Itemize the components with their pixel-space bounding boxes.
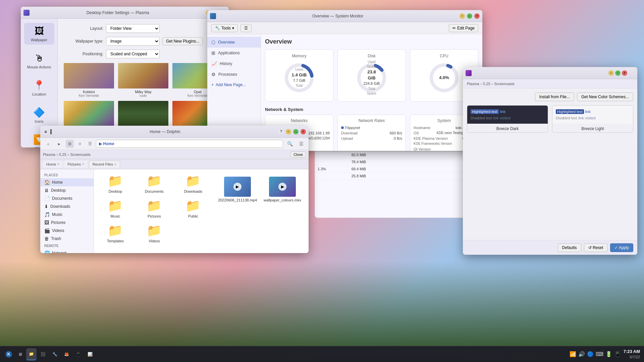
disk-used-value: 23.8 GiB	[363, 69, 380, 81]
dolphin-location-bar[interactable]: ▶ Home	[96, 140, 283, 148]
network-tray-icon[interactable]: 📶	[570, 351, 576, 357]
dolphin-place-home[interactable]: 🏠 Home	[40, 178, 94, 186]
tab-pictures-close[interactable]: ×	[82, 162, 84, 166]
sysmon-titlebar: Overview — System Monitor − □ ×	[207, 10, 482, 22]
kde-logo-icon: K	[5, 351, 12, 358]
dfs-sidebar-location[interactable]: 📍 Location	[24, 77, 54, 99]
cs-get-color-schemes-button[interactable]: Get New Color Schemes...	[577, 93, 633, 101]
proc-row-4[interactable]: 25.8 MiB	[315, 173, 469, 180]
cs-install-from-file-button[interactable]: Install from File...	[535, 93, 574, 101]
dolphin-close-breadcrumb-button[interactable]: Close	[290, 152, 306, 158]
dolphin-close-button[interactable]: ×	[301, 129, 306, 134]
wallpaper-milkyway[interactable]: Milky Way ruvkr	[117, 62, 169, 98]
tab-home-label: Home	[46, 162, 56, 166]
tab-recent-close[interactable]: ×	[114, 163, 116, 166]
sysmon-nav-processes[interactable]: ⚙ Processes	[207, 69, 261, 80]
taskbar-kdeconnect-btn[interactable]: 📱	[73, 348, 84, 360]
dolphin-help-button[interactable]: ?	[278, 129, 284, 134]
dolphin-file-videos[interactable]: 📁 Videos	[136, 222, 173, 245]
time-display[interactable]: 7:23 AM 6/7/22	[624, 349, 640, 359]
sysmon-nav-overview[interactable]: ⬡ Overview	[207, 37, 261, 48]
dolphin-maximize-button[interactable]: □	[293, 129, 299, 134]
dolphin-menu-button[interactable]: ≡	[43, 129, 48, 134]
proc-row-2[interactable]: 78.4 MiB	[315, 159, 469, 166]
dfs-titlebar: Desktop Folder Settings — Plasma − □ ×	[21, 7, 229, 19]
taskbar-settings-btn[interactable]: 🔧	[50, 348, 60, 360]
proc-row-3[interactable]: 1.3% 69.4 MiB	[315, 166, 469, 173]
dfs-wallpaper-type-select[interactable]: Image	[106, 37, 160, 46]
dolphin-tab-pictures[interactable]: Pictures ×	[64, 161, 88, 168]
dolphin-place-documents[interactable]: 📄 Documents	[40, 194, 94, 202]
sysmon-close-button[interactable]: ×	[474, 13, 480, 19]
dfs-positioning-select[interactable]: Scaled and Cropped	[106, 50, 160, 58]
cs-window-icon	[466, 70, 472, 76]
dolphin-search-button[interactable]: 🔍	[285, 139, 294, 148]
sysmon-nav-history[interactable]: 📈 History	[207, 58, 261, 69]
volume-tray-icon[interactable]: 🔊	[578, 351, 585, 357]
wallpaper-kokkini[interactable]: Kokkini Ken Vermette	[63, 62, 115, 98]
proc-row-1[interactable]: 82.0 MiB	[315, 152, 469, 159]
tab-home-close[interactable]: ×	[57, 162, 59, 166]
taskbar-start-button[interactable]: K	[3, 348, 15, 360]
taskbar: K ⊞ 📁 ⬛ 🔧 🦊 📱 📊 📶 🔊 🔵 ⌨	[0, 346, 644, 362]
cs-breeze-light-card[interactable]: Highlighted text link Disabled text link…	[552, 105, 633, 133]
dolphin-place-videos[interactable]: 🎬 Videos	[40, 227, 94, 235]
cs-close-button[interactable]: ×	[622, 70, 627, 76]
cs-breeze-dark-card[interactable]: Highlighted text link Disabled text link…	[467, 105, 548, 133]
dolphin-file-pictures[interactable]: 📁 Pictures	[136, 197, 173, 220]
cs-reset-button[interactable]: ↺ Reset	[584, 243, 608, 252]
dolphin-compact-view-button[interactable]: ≡	[76, 140, 84, 148]
dolphin-hamburger-button[interactable]: ☰	[297, 139, 306, 148]
taskbar-firefox-btn[interactable]: 🦊	[61, 348, 72, 360]
dolphin-tab-home[interactable]: Home ×	[43, 161, 63, 168]
keyboard-tray-icon[interactable]: ⌨	[596, 351, 603, 357]
dolphin-back-button[interactable]: ◂	[43, 139, 52, 148]
dfs-sidebar-wallpaper[interactable]: 🖼 Wallpaper	[24, 23, 54, 45]
sysmon-maximize-button[interactable]: □	[467, 13, 472, 19]
video-1-thumb: ▶	[224, 177, 251, 197]
dolphin-file-downloads[interactable]: 📁 Downloads	[174, 172, 212, 195]
taskbar-dolphin-btn[interactable]: 📁	[26, 348, 37, 360]
taskbar-terminal-btn[interactable]: ⬛	[38, 348, 48, 360]
cs-maximize-button[interactable]: □	[615, 70, 621, 76]
dolphin-file-desktop[interactable]: 📁 Desktop	[97, 172, 134, 195]
sysmon-minimize-button[interactable]: −	[460, 13, 465, 19]
dolphin-minimize-button[interactable]: −	[286, 129, 291, 134]
download-label: Download	[341, 131, 358, 135]
dolphin-forward-button[interactable]: ▸	[54, 139, 64, 148]
sysmon-add-page[interactable]: + Add New Page...	[207, 80, 261, 90]
dolphin-icons-view-button[interactable]: ⊞	[66, 140, 74, 148]
taskbar-activity-btn[interactable]: 📊	[85, 348, 95, 360]
dolphin-place-pictures[interactable]: 🖼 Pictures	[40, 219, 94, 227]
sysmon-edit-page-button[interactable]: ✏ Edit Page	[449, 24, 478, 32]
cs-minimize-button[interactable]: −	[608, 70, 614, 76]
dolphin-place-music[interactable]: 🎵 Music	[40, 210, 94, 219]
cs-apply-button[interactable]: ✓ Apply	[610, 243, 633, 252]
kdeconnect-tray-icon[interactable]: 📱	[614, 351, 621, 357]
dolphin-file-public[interactable]: 📁 Public	[174, 197, 212, 220]
sysmon-hamburger-button[interactable]: ☰	[240, 24, 252, 32]
dfs-sidebar-mouse[interactable]: 🖱 Mouse Actions	[24, 50, 54, 72]
dolphin-details-view-button[interactable]: ☰	[86, 140, 94, 148]
bluetooth-tray-icon[interactable]: 🔵	[587, 351, 594, 357]
dolphin-place-trash[interactable]: 🗑 Trash	[40, 235, 94, 243]
dolphin-video-1[interactable]: ▶ 20220606_211138.mp4	[216, 175, 259, 242]
cs-dark-link: link	[500, 110, 505, 114]
cs-defaults-button[interactable]: Defaults	[558, 243, 581, 252]
dolphin-file-documents[interactable]: 📁 Documents	[136, 172, 173, 195]
dolphin-file-music[interactable]: 📁 Music	[97, 197, 134, 220]
dolphin-place-desktop[interactable]: 🖥 Desktop	[40, 186, 94, 194]
dolphin-video-2[interactable]: ▶ wallpaper_colours.mkv	[262, 175, 303, 242]
dolphin-place-network[interactable]: 🌐 Network	[40, 249, 94, 253]
pictures-place-label: Pictures	[51, 220, 65, 225]
sysmon-nav-applications[interactable]: ⊞ Applications	[207, 48, 261, 58]
battery-tray-icon[interactable]: 🔋	[605, 351, 612, 357]
dolphin-tab-recent[interactable]: Recent Files ×	[89, 161, 120, 168]
dfs-layout-select[interactable]: Folder View	[106, 24, 160, 33]
dfs-get-plugins-button[interactable]: Get New Plugins...	[162, 37, 203, 45]
sysmon-tools-button[interactable]: 🔧 Tools ▾	[211, 24, 238, 32]
taskbar-workspaces[interactable]: ⊞	[16, 348, 25, 360]
dolphin-file-templates[interactable]: 📁 Templates	[97, 222, 134, 245]
dolphin-place-downloads[interactable]: ⬇ Downloads	[40, 202, 94, 210]
dfs-sidebar-icons[interactable]: 🔷 Icons	[24, 104, 54, 126]
